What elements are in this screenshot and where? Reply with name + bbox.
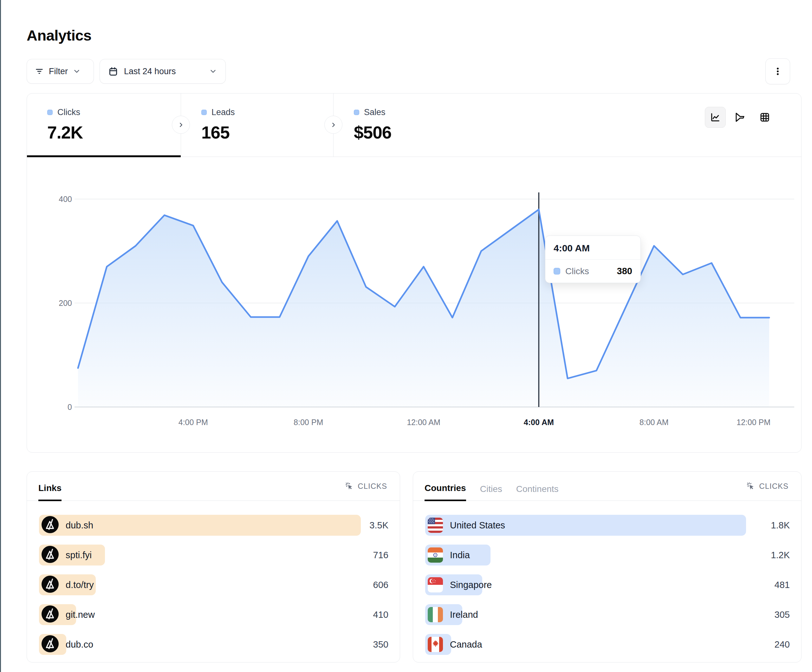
chevron-right-icon — [177, 121, 184, 128]
list-item-d-to-try[interactable]: d.to/try606 — [39, 574, 388, 595]
x-axis-tick-label: 8:00 PM — [293, 418, 323, 426]
row-content: United States — [428, 515, 505, 536]
chart-region: 02004004:00 PM8:00 PM12:00 AM4:00 AM8:00… — [27, 157, 802, 453]
countries-panel-header: Countries Cities Continents CLICKS — [413, 472, 801, 501]
tab-continents[interactable]: Continents — [516, 484, 559, 500]
metric-value: 165 — [201, 122, 333, 143]
expand-clicks-metric-button[interactable] — [172, 116, 190, 134]
date-range-button[interactable]: Last 24 hours — [99, 59, 226, 84]
chevron-down-icon — [73, 67, 81, 75]
row-label: git.new — [66, 609, 95, 620]
tab-links[interactable]: Links — [38, 483, 61, 501]
y-axis-tick-label: 200 — [59, 298, 72, 307]
funnel-view-button[interactable] — [730, 107, 751, 128]
chevron-down-icon — [209, 67, 217, 75]
cursor-click-icon — [746, 482, 755, 491]
list-item-india[interactable]: India1.2K — [425, 544, 790, 566]
table-view-button[interactable] — [754, 107, 775, 128]
analytics-card: Clicks7.2KLeads165Sales$506 — [27, 93, 802, 453]
list-item-united-states[interactable]: United States1.8K — [425, 515, 790, 536]
tab-cities[interactable]: Cities — [480, 484, 502, 500]
metric-legend-swatch — [354, 110, 359, 115]
date-range-label: Last 24 hours — [124, 67, 176, 77]
row-value: 240 — [774, 634, 790, 655]
us-flag-icon — [428, 518, 443, 533]
row-label: dub.co — [66, 640, 93, 650]
row-label: dub.sh — [66, 520, 93, 530]
list-item-canada[interactable]: Canada240 — [425, 634, 790, 655]
metric-tabs-row: Clicks7.2KLeads165Sales$506 — [27, 94, 801, 157]
row-value: 1.8K — [771, 515, 790, 536]
line-chart-view-button[interactable] — [705, 107, 726, 128]
clicks-column-header[interactable]: CLICKS — [746, 482, 788, 491]
x-axis-tick-label: 4:00 AM — [524, 418, 554, 426]
chart-tooltip: 4:00 AM Clicks 380 — [545, 235, 641, 283]
tooltip-series-row: Clicks 380 — [545, 259, 640, 283]
tab-countries[interactable]: Countries — [425, 483, 466, 501]
row-content: Singapore — [428, 574, 492, 595]
row-value: 606 — [373, 574, 388, 595]
countries-list: United States1.8KIndia1.2KSingapore481Ir… — [425, 515, 790, 655]
row-label: spti.fyi — [66, 550, 92, 560]
list-item-spti-fyi[interactable]: spti.fyi716 — [39, 544, 388, 566]
metric-label: Sales — [364, 107, 386, 117]
row-value: 305 — [774, 604, 790, 625]
metric-legend-swatch — [201, 110, 207, 115]
row-content: dub.co — [41, 634, 93, 655]
ie-flag-icon — [428, 607, 443, 622]
clicks-area-chart[interactable]: 02004004:00 PM8:00 PM12:00 AM4:00 AM8:00… — [27, 157, 802, 453]
metric-tab-leads[interactable]: Leads165 — [181, 94, 333, 157]
clicks-column-label: CLICKS — [358, 482, 387, 491]
list-item-git-new[interactable]: git.new410 — [39, 604, 388, 625]
tooltip-series-value: 380 — [617, 266, 632, 276]
tooltip-time: 4:00 AM — [545, 236, 640, 259]
kebab-menu-icon — [773, 67, 783, 76]
links-panel-header: Links CLICKS — [27, 472, 400, 501]
filter-button[interactable]: Filter — [27, 59, 94, 84]
x-axis-tick-label: 8:00 AM — [640, 418, 669, 426]
grid-table-icon — [759, 112, 770, 123]
row-value: 716 — [373, 544, 388, 566]
row-content: d.to/try — [41, 574, 94, 595]
row-value: 3.5K — [369, 515, 388, 536]
row-label: United States — [450, 520, 505, 530]
funnel-chart-icon — [735, 112, 745, 123]
list-item-dub-co[interactable]: dub.co350 — [39, 634, 388, 655]
page-edge-strip — [0, 0, 1, 672]
row-label: India — [450, 550, 470, 560]
analytics-page: Analytics Filter Last 24 hours Clicks7.2… — [0, 0, 812, 672]
metric-tab-clicks[interactable]: Clicks7.2K — [27, 94, 181, 157]
metric-label: Clicks — [57, 107, 80, 117]
metric-legend-swatch — [47, 110, 53, 115]
row-label: d.to/try — [66, 580, 94, 590]
list-item-dub-sh[interactable]: dub.sh3.5K — [39, 515, 388, 536]
row-content: dub.sh — [41, 515, 93, 536]
chart-area-fill — [78, 210, 769, 407]
dub-logo-icon — [41, 605, 59, 624]
list-item-singapore[interactable]: Singapore481 — [425, 574, 790, 595]
in-flag-icon — [428, 547, 443, 563]
clicks-column-header[interactable]: CLICKS — [345, 482, 387, 491]
row-content: India — [428, 544, 470, 566]
y-axis-tick-label: 0 — [68, 403, 72, 411]
links-panel: Links CLICKS dub.sh3.5Kspti.fyi716d.to/t… — [27, 471, 400, 662]
links-list: dub.sh3.5Kspti.fyi716d.to/try606git.new4… — [39, 515, 388, 655]
row-value: 350 — [373, 634, 388, 655]
more-options-button[interactable] — [765, 58, 790, 84]
list-item-ireland[interactable]: Ireland305 — [425, 604, 790, 625]
page-title: Analytics — [27, 27, 91, 44]
chevron-right-icon — [330, 121, 337, 128]
row-content: git.new — [41, 604, 95, 625]
line-chart-icon — [710, 112, 721, 123]
sg-flag-icon — [428, 577, 443, 592]
clicks-column-label: CLICKS — [759, 482, 788, 491]
y-axis-tick-label: 400 — [59, 194, 72, 203]
dub-logo-icon — [41, 516, 59, 534]
expand-leads-metric-button[interactable] — [324, 116, 343, 134]
x-axis-tick-label: 12:00 PM — [737, 418, 771, 426]
calendar-icon — [108, 66, 118, 77]
x-axis-tick-label: 12:00 AM — [407, 418, 440, 426]
chart-view-switcher — [705, 107, 775, 128]
x-axis-tick-label: 4:00 PM — [179, 418, 208, 426]
row-content: spti.fyi — [41, 544, 92, 566]
